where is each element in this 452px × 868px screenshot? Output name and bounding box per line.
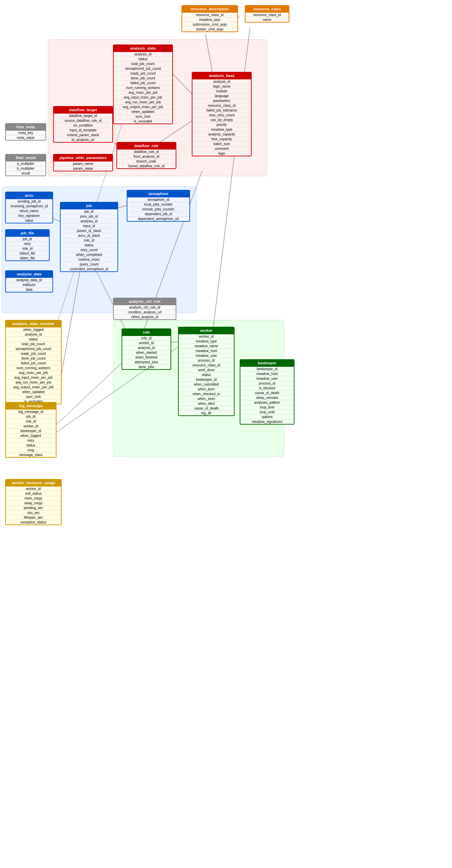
field-as-avg-output: avg_output_msec_per_job [114,105,172,109]
field-acr-condition: condition_analysis_url [114,310,176,315]
field-accu-value: value [6,218,52,223]
table-header-analysis-data: analysis_data [6,271,52,278]
table-job: job job_id prev_job_id analysis_id input… [60,202,118,272]
field-acr-id: analysis_ctrl_rule_id [114,305,176,310]
field-w-work-done: work_done [179,368,234,373]
field-wru-lifespan-sec: lifespan_sec [6,515,61,520]
field-wru-exception-status: exception_status [6,520,61,524]
field-job-when-completed: when_completed [61,252,117,257]
field-w-resource-class-id: resource_class_id [179,363,234,368]
table-header-resource-description: resource_description [182,6,237,13]
field-dr-branch-code: branch_code [117,159,176,164]
table-analysis-stats: analysis_stats analysis_id status total_… [113,44,173,124]
field-asm-when-updated: when_updated [6,390,61,394]
field-job-role-id: role_id [61,238,117,243]
table-analysis-data: analysis_data analysis_data_id md5sum da… [5,270,53,293]
field-bk-analyses-pattern: analyses_pattern [240,400,294,405]
field-as-ready: ready_job_count [114,71,172,76]
field-bk-meadow-signatures: meadow_signatures [240,419,294,424]
field-pwp-param-name: param_name [54,161,112,166]
table-worker: worker worker_id meadow_type meadow_name… [178,327,235,416]
field-bk-meadow-host: meadow_host [240,372,294,376]
field-asm-semaphored: semaphored_job_count [6,347,61,351]
field-ab-batch-size: batch_size [192,142,251,146]
field-ab-parameters: parameters [192,99,251,103]
field-s-semaphore-id: semaphore_id [127,197,189,202]
field-job-retry-count: retry_count [61,248,117,252]
field-as-status: status [114,57,172,62]
field-asm-avg-input: avg_input_msec_per_job [6,375,61,380]
field-asm-avg-output: avg_output_msec_per_job [6,385,61,390]
field-as-when-updated: when_updated [114,109,172,114]
table-resource-class: resource_class resource_class_id name [245,5,289,23]
field-wru-worker-id: worker_id [6,487,61,491]
table-header-worker-resource-usage: worker_resource_usage [6,480,61,487]
table-header-log-message: log_message [6,403,56,410]
field-ab-can-be-empty: can_be_empty [192,118,251,122]
table-final-result: final_result a_multiplier b_multiplier r… [5,154,46,176]
field-job-runtime-msec: runtime_msec [61,257,117,262]
table-header-role: role [122,329,171,336]
table-dataflow-rule: dataflow_rule dataflow_rule_id from_anal… [116,142,176,169]
field-ab-logic-name: logic_name [192,84,251,89]
field-job-query-count: query_count [61,262,117,267]
field-lm-status: status [6,443,56,448]
field-ab-meadow-type: meadow_type [192,127,251,132]
field-as-semaphored: semaphored_job_count [114,66,172,71]
field-job-status: status [61,243,117,248]
table-header-accu: accu [6,192,52,199]
table-header-worker: worker [179,327,234,334]
field-job-accu-id-stack: accu_id_stack [61,233,117,238]
field-asm-analysis-id: analysis_id [6,332,61,337]
field-job-analysis-id: analysis_id [61,219,117,224]
table-header-analysis-base: analysis_base [192,73,251,79]
table-accu: accu sending_job_id receiving_semaphore_… [5,192,53,223]
field-dt-on-condition: on_condition [54,123,112,128]
field-accu-sending-job-id: sending_job_id [6,199,52,204]
field-lm-job-id: job_id [6,414,56,419]
field-jf-stdout-file: stdout_file [6,251,49,256]
field-fr-a-multiplier: a_multiplier [6,161,46,166]
field-asm-total-job-count: total_job_count [6,342,61,347]
field-lm-retry: retry [6,438,56,443]
field-wru-pending-sec: pending_sec [6,506,61,510]
field-acr-ctrled: ctrled_analysis_id [114,315,176,319]
field-bk-sleep-minutes: sleep_minutes [240,396,294,400]
table-role: role role_id worker_id analysis_id when_… [122,328,171,370]
field-job-param-id-stack: param_id_stack [61,229,117,233]
field-as-done: done_job_count [114,76,172,81]
field-jf-stderr-file: stderr_file [6,256,49,260]
table-header-final-result: final_result [6,155,46,161]
field-w-cause-of-death: cause_of_death [179,406,234,411]
field-ad-analysis-data-id: analysis_data_id [6,278,52,283]
table-header-job: job [61,203,117,209]
field-worker-cmd-args: worker_cmd_args [182,27,237,31]
table-analysis-ctrl-rule: analysis_ctrl_rule analysis_ctrl_rule_id… [113,298,176,320]
field-asm-when-logged: when_logged [6,327,61,332]
table-pipeline-wide-params: pipeline_wide_parameters param_name para… [53,154,113,171]
field-wru-swap-megs: swap_megs [6,501,61,506]
field-ab-tags: tags [192,151,251,156]
field-ad-data: data [6,287,52,292]
field-as-analysis-id: analysis_id [114,52,172,57]
field-resource-class-id: resource_class_id [182,13,237,17]
table-header-dataflow-target: dataflow_target [54,107,112,114]
field-dt-id: dataflow_target_id [54,114,112,118]
table-analysis-stats-monitor: analysis_stats_monitor when_logged analy… [5,320,62,404]
table-header-hive-meta: hive_meta [6,124,46,131]
field-asm-avg-run: avg_run_msec_per_job [6,380,61,385]
field-lm-when-logged: when_logged [6,433,56,438]
field-w-process-id: process_id [179,358,234,363]
field-ab-comment: comment [192,146,251,151]
table-worker-resource-usage: worker_resource_usage worker_id exit_sta… [5,479,62,525]
field-ad-md5sum: md5sum [6,283,52,287]
field-as-is-excluded: is_excluded [114,119,172,124]
field-r-worker-id: worker_id [122,341,171,346]
table-semaphore: semaphore semaphore_id local_jobs_counte… [127,190,190,222]
field-w-meadow-user: meadow_user [179,353,234,358]
field-job-input-id: input_id [61,224,117,229]
table-log-message: log_message log_message_id job_id role_i… [5,402,56,458]
field-w-log-dir: log_dir [179,411,234,415]
table-header-analysis-stats: analysis_stats [114,45,172,52]
field-w-when-seen: when_seen [179,397,234,401]
